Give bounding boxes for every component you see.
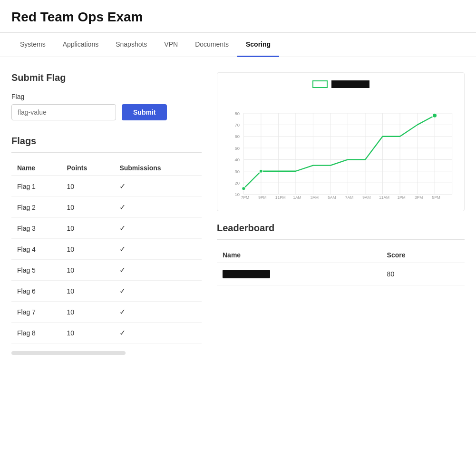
- svg-text:1AM: 1AM: [293, 195, 301, 200]
- check-icon: ✓: [119, 224, 126, 232]
- flag-name: Flag 2: [11, 197, 61, 218]
- leaderboard-row: 80: [217, 263, 465, 285]
- col-submissions: Submissions: [114, 160, 202, 176]
- table-row: Flag 7 10 ✓: [11, 302, 202, 323]
- redacted-name: [223, 270, 270, 278]
- check-icon: ✓: [119, 308, 126, 316]
- nav-applications[interactable]: Applications: [54, 33, 107, 57]
- svg-text:5PM: 5PM: [432, 195, 440, 200]
- left-panel: Submit Flag Flag Submit Flags Name Point…: [11, 72, 202, 355]
- flag-name: Flag 7: [11, 302, 61, 323]
- check-icon: ✓: [119, 266, 126, 274]
- flag-points: 10: [61, 323, 114, 343]
- flag-submitted: ✓: [114, 281, 202, 302]
- leaderboard-table: Name Score 80: [217, 247, 465, 285]
- chart-svg: 10 20 30 40 50 60 70 80: [225, 94, 457, 203]
- table-row: Flag 8 10 ✓: [11, 323, 202, 343]
- svg-text:1PM: 1PM: [397, 195, 405, 200]
- main-content: Submit Flag Flag Submit Flags Name Point…: [0, 57, 476, 370]
- leaderboard-col-name: Name: [217, 247, 381, 263]
- svg-text:40: 40: [235, 157, 240, 162]
- submit-button[interactable]: Submit: [122, 104, 167, 120]
- flag-label: Flag: [11, 93, 202, 100]
- flags-table: Name Points Submissions Flag 1 10 ✓ Flag…: [11, 160, 202, 343]
- svg-text:10: 10: [235, 192, 240, 197]
- submit-flag-title: Submit Flag: [11, 72, 202, 83]
- check-icon: ✓: [119, 203, 126, 211]
- col-points: Points: [61, 160, 114, 176]
- page-header: Red Team Ops Exam: [0, 0, 476, 33]
- submit-flag-section: Submit Flag Flag Submit: [11, 72, 202, 120]
- nav-snapshots[interactable]: Snapshots: [107, 33, 155, 57]
- flag-points: 10: [61, 281, 114, 302]
- svg-text:3AM: 3AM: [311, 195, 319, 200]
- legend-green: [312, 80, 328, 88]
- nav-systems[interactable]: Systems: [11, 33, 54, 57]
- flags-divider: [11, 152, 202, 153]
- table-row: Flag 6 10 ✓: [11, 281, 202, 302]
- svg-text:7AM: 7AM: [345, 195, 353, 200]
- flag-points: 10: [61, 302, 114, 323]
- svg-text:9AM: 9AM: [362, 195, 370, 200]
- chart-container: 10 20 30 40 50 60 70 80: [217, 72, 465, 211]
- flag-submitted: ✓: [114, 260, 202, 281]
- flag-name: Flag 5: [11, 260, 61, 281]
- svg-text:3PM: 3PM: [415, 195, 423, 200]
- col-name: Name: [11, 160, 61, 176]
- flag-submitted: ✓: [114, 302, 202, 323]
- svg-point-41: [242, 187, 245, 190]
- svg-text:5AM: 5AM: [328, 195, 336, 200]
- flag-submitted: ✓: [114, 197, 202, 218]
- flag-submitted: ✓: [114, 239, 202, 260]
- flag-points: 10: [61, 239, 114, 260]
- svg-text:70: 70: [235, 123, 240, 128]
- leaderboard-section: Leaderboard Name Score 80: [217, 223, 465, 285]
- svg-text:30: 30: [235, 169, 240, 174]
- table-row: Flag 1 10 ✓: [11, 176, 202, 197]
- svg-point-43: [432, 113, 437, 118]
- flag-submitted: ✓: [114, 218, 202, 239]
- svg-text:9PM: 9PM: [258, 195, 266, 200]
- flags-section: Flags Name Points Submissions Flag 1 10 …: [11, 136, 202, 355]
- leaderboard-title: Leaderboard: [217, 223, 465, 234]
- svg-text:7PM: 7PM: [241, 195, 249, 200]
- nav-vpn[interactable]: VPN: [155, 33, 186, 57]
- check-icon: ✓: [119, 329, 126, 337]
- flag-points: 10: [61, 176, 114, 197]
- chart-legend: [225, 80, 457, 88]
- flag-points: 10: [61, 197, 114, 218]
- flag-input[interactable]: [11, 104, 116, 120]
- page-title: Red Team Ops Exam: [11, 10, 465, 25]
- table-row: Flag 4 10 ✓: [11, 239, 202, 260]
- chart-area: 10 20 30 40 50 60 70 80: [225, 94, 457, 203]
- right-panel: 10 20 30 40 50 60 70 80: [217, 72, 465, 355]
- flag-name: Flag 1: [11, 176, 61, 197]
- check-icon: ✓: [119, 287, 126, 295]
- legend-black: [331, 80, 369, 88]
- check-icon: ✓: [119, 245, 126, 253]
- flag-points: 10: [61, 260, 114, 281]
- flag-form: Submit: [11, 104, 202, 120]
- leaderboard-col-score: Score: [381, 247, 465, 263]
- leaderboard-divider: [217, 239, 465, 240]
- flag-submitted: ✓: [114, 176, 202, 197]
- flag-name: Flag 6: [11, 281, 61, 302]
- leaderboard-name-cell: [217, 263, 381, 285]
- check-icon: ✓: [119, 182, 126, 190]
- scrollbar-hint[interactable]: [11, 351, 126, 355]
- svg-text:80: 80: [235, 111, 240, 116]
- nav-documents[interactable]: Documents: [186, 33, 237, 57]
- flag-points: 10: [61, 218, 114, 239]
- flags-title: Flags: [11, 136, 202, 147]
- table-row: Flag 2 10 ✓: [11, 197, 202, 218]
- nav-scoring[interactable]: Scoring: [237, 33, 279, 57]
- leaderboard-score-cell: 80: [381, 263, 465, 285]
- svg-text:50: 50: [235, 146, 240, 151]
- svg-text:60: 60: [235, 134, 240, 139]
- svg-point-42: [259, 169, 262, 173]
- svg-text:20: 20: [235, 181, 240, 186]
- flag-name: Flag 4: [11, 239, 61, 260]
- table-row: Flag 3 10 ✓: [11, 218, 202, 239]
- svg-text:11PM: 11PM: [275, 195, 286, 200]
- svg-text:11AM: 11AM: [379, 195, 389, 200]
